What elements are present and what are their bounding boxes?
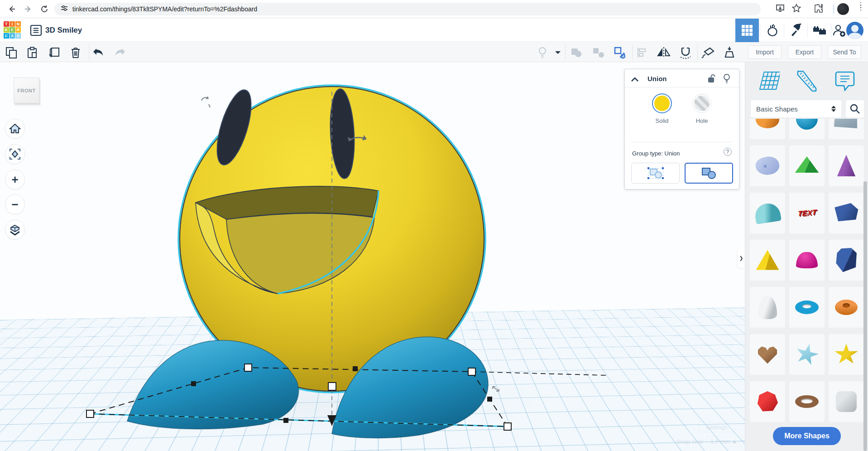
browser-reload-button[interactable]	[38, 3, 51, 15]
import-button[interactable]: Import	[748, 45, 782, 59]
browser-menu-icon[interactable]: ⋮⋮	[857, 4, 859, 9]
multi-select-group-icon[interactable]	[613, 46, 627, 59]
document-title[interactable]: 3D Smiley	[45, 26, 82, 35]
toolbar-separator	[697, 44, 698, 60]
smiley-model[interactable]	[27, 68, 629, 451]
magnet-snap-icon[interactable]	[679, 46, 692, 59]
text-icon: TEXT	[797, 208, 816, 218]
browser-profile-avatar[interactable]	[837, 3, 849, 15]
shape-tile-star-soft[interactable]	[789, 334, 825, 375]
browser-back-button[interactable]	[5, 3, 18, 15]
shape-tile-cylinder[interactable]	[750, 119, 785, 139]
shape-tile-torus[interactable]	[789, 287, 825, 328]
undo-icon[interactable]	[91, 46, 105, 59]
duplicate-icon[interactable]	[48, 46, 61, 59]
shape-tile-hex-prism[interactable]	[829, 240, 864, 281]
dashboard-grid-button[interactable]	[735, 19, 759, 42]
install-icon[interactable]	[775, 3, 785, 15]
help-icon[interactable]: ?	[724, 148, 732, 156]
zoom-in-button[interactable]: +	[5, 170, 25, 189]
shape-tile-heart[interactable]	[750, 334, 785, 375]
shape-tile-roof[interactable]	[789, 145, 825, 186]
workplane-tool-icon[interactable]	[755, 68, 782, 94]
shape-category-select[interactable]: Basic Shapes	[751, 100, 841, 117]
rotate-arrow-icon[interactable]	[201, 96, 210, 107]
shape-tile-rounded-cone[interactable]	[750, 287, 785, 328]
shape-tile-text[interactable]: TEXT	[789, 193, 825, 233]
group-type-union-button[interactable]	[685, 163, 733, 184]
lightbulb-icon[interactable]	[723, 73, 731, 85]
shape-tile-dice[interactable]	[829, 381, 864, 422]
notes-tool-icon[interactable]	[831, 68, 858, 94]
shape-tile-cone[interactable]	[829, 145, 864, 186]
shape-tile-sphere[interactable]	[789, 119, 825, 139]
solid-swatch[interactable]	[654, 96, 670, 111]
shape-tile-star[interactable]	[829, 334, 864, 375]
site-settings-icon[interactable]	[61, 5, 68, 14]
shape-search-button[interactable]	[846, 100, 864, 117]
group-icon[interactable]	[570, 46, 583, 59]
mirror-icon[interactable]	[657, 46, 671, 59]
cone-icon	[836, 154, 857, 178]
paste-icon[interactable]	[25, 46, 39, 59]
show-all-icon[interactable]	[536, 46, 549, 59]
fit-view-button[interactable]	[5, 144, 25, 164]
unlock-icon[interactable]	[707, 74, 716, 85]
shape-tile-ring[interactable]	[789, 381, 825, 422]
show-all-caret-icon[interactable]	[553, 46, 562, 59]
tinker-apple-icon[interactable]	[762, 19, 783, 42]
solid-option[interactable]: Solid	[654, 96, 670, 124]
toolbar-separator	[89, 44, 89, 60]
shape-tile-polygon[interactable]	[829, 193, 864, 233]
ruler-tool-icon[interactable]	[793, 68, 820, 94]
more-shapes-button[interactable]: More Shapes	[773, 427, 841, 445]
hole-swatch[interactable]	[694, 96, 710, 111]
minecraft-pickaxe-icon[interactable]	[785, 19, 807, 42]
hole-option[interactable]: Hole	[694, 96, 710, 124]
redo-icon[interactable]	[113, 46, 127, 59]
roof-icon	[794, 155, 820, 177]
ruler-icon[interactable]	[723, 46, 736, 59]
sidebar-scrollbar[interactable]	[863, 181, 867, 451]
view-cube-front[interactable]: FRONT	[14, 78, 39, 103]
shape-tile-icosahedron[interactable]	[750, 381, 785, 422]
extensions-icon[interactable]	[814, 3, 824, 15]
ungroup-icon[interactable]	[592, 46, 605, 59]
align-icon[interactable]	[635, 46, 649, 59]
group-type-multiselect-button[interactable]	[631, 163, 680, 184]
export-button[interactable]: Export	[788, 45, 821, 59]
workplane-icon[interactable]	[701, 46, 715, 59]
invite-user-icon[interactable]	[831, 19, 847, 42]
send-to-button[interactable]: Send To	[828, 45, 861, 59]
snap-grid-select[interactable]: 1.0 mm	[706, 436, 741, 447]
home-view-button[interactable]	[5, 119, 25, 139]
toolbar-separator	[632, 44, 633, 60]
dice-icon	[836, 391, 857, 412]
shape-tile-scribble[interactable]	[750, 145, 785, 186]
scribble-icon	[754, 155, 781, 177]
bookmark-star-icon[interactable]	[791, 3, 801, 15]
minus-icon: −	[11, 200, 18, 209]
shape-tile-round-roof[interactable]	[750, 193, 785, 233]
polygon-icon	[834, 202, 859, 224]
lego-bricks-icon[interactable]	[809, 19, 830, 42]
collapse-chevron-icon[interactable]	[631, 75, 638, 83]
copy-icon[interactable]	[5, 46, 18, 59]
settings-button[interactable]: Settings	[699, 422, 735, 432]
logo-letter-E: E	[10, 27, 15, 33]
shape-tile-torus-thin[interactable]	[829, 287, 864, 328]
delete-icon[interactable]	[69, 46, 82, 59]
user-avatar[interactable]	[846, 22, 863, 39]
perspective-toggle-button[interactable]	[5, 220, 25, 240]
shape-tile-pyramid[interactable]	[750, 240, 785, 281]
select-carets-icon	[831, 106, 836, 112]
shapes-scroll-area[interactable]: TEXT	[750, 119, 864, 451]
zoom-out-button[interactable]: −	[5, 194, 25, 214]
document-properties-icon[interactable]	[30, 24, 42, 38]
browser-forward-button[interactable]	[22, 3, 34, 15]
panel-collapse-tab[interactable]: ❯	[738, 247, 745, 268]
shape-tile-paraboloid[interactable]	[789, 240, 825, 281]
shape-tile-feathers[interactable]	[829, 119, 864, 139]
url-bar[interactable]: tinkercad.com/things/83TkltSPYMA/edit?re…	[54, 3, 761, 15]
tinkercad-logo[interactable]: TINKERCAD	[4, 21, 22, 39]
